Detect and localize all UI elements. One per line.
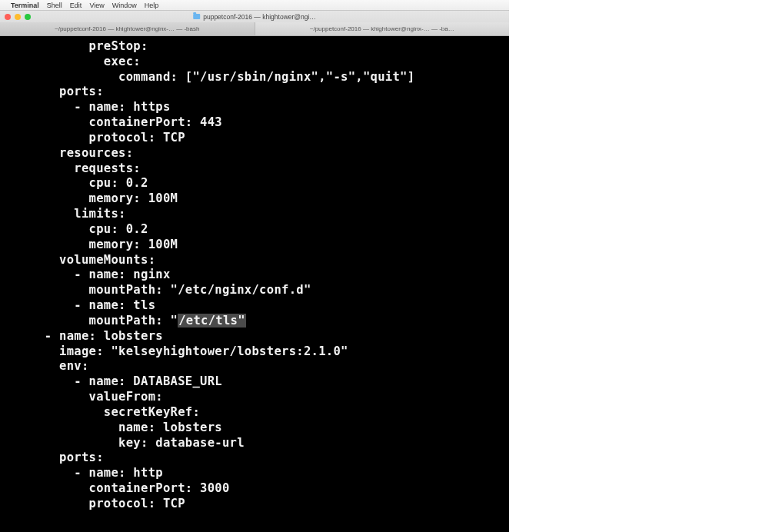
code-line: image: "kelseyhightower/lobsters:2.1.0" [0,344,509,360]
code-line: - name: http [0,466,509,481]
code-line: limits: [0,207,509,222]
code-line: command: ["/usr/sbin/nginx","-s","quit"] [0,70,509,85]
code-line: memory: 100M [0,238,509,253]
code-line: cpu: 0.2 [0,222,509,238]
code-line: protocol: TCP [0,131,509,146]
code-line: env: [0,359,509,374]
code-line: ports: [0,85,509,100]
close-button[interactable] [5,14,11,20]
code-line: requests: [0,161,509,177]
code-line: containerPort: 443 [0,115,509,131]
code-line: memory: 100M [0,191,509,207]
tab-1[interactable]: ~/puppetconf-2016 — khightower@nginx-… —… [0,22,255,35]
code-line: name: lobsters [0,421,509,436]
terminal-screen: Terminal Shell Edit View Window Help pup… [0,0,509,532]
tab-2-label: ~/puppetconf-2016 — khightower@nginx-… —… [310,25,454,32]
code-line: valueFrom: [0,390,509,405]
macos-menu-bar: Terminal Shell Edit View Window Help [0,0,509,11]
menu-shell[interactable]: Shell [47,2,62,9]
code-line: exec: [0,55,509,70]
code-line: - name: tls [0,298,509,314]
minimize-button[interactable] [15,14,21,20]
tab-1-label: ~/puppetconf-2016 — khightower@nginx-… —… [55,25,199,32]
window-title-text: puppetconf-2016 — khightower@ngi… [203,13,316,21]
window-title-bar: puppetconf-2016 — khightower@ngi… [0,11,509,22]
code-line: - name: DATABASE_URL [0,374,509,390]
terminal-output: preStop: exec: command: ["/usr/sbin/ngin… [0,36,509,512]
menu-view[interactable]: View [89,2,104,9]
menu-window[interactable]: Window [112,2,137,9]
code-line: cpu: 0.2 [0,176,509,191]
highlighted-text: /etc/tls" [178,314,246,328]
code-line: - name: lobsters [0,329,509,344]
tab-bar: ~/puppetconf-2016 — khightower@nginx-… —… [0,22,509,35]
zoom-button[interactable] [25,14,31,20]
menu-app-name[interactable]: Terminal [11,2,39,9]
terminal-body[interactable]: preStop: exec: command: ["/usr/sbin/ngin… [0,36,509,532]
code-line: containerPort: 3000 [0,481,509,497]
code-line: volumeMounts: [0,253,509,268]
code-line: - name: https [0,100,509,115]
window-title: puppetconf-2016 — khightower@ngi… [193,13,316,21]
tab-2[interactable]: ~/puppetconf-2016 — khightower@nginx-… —… [255,22,510,35]
window-chrome: puppetconf-2016 — khightower@ngi… ~/pupp… [0,11,509,36]
code-line: key: database-url [0,436,509,451]
code-line: protocol: TCP [0,497,509,512]
code-line: mountPath: "/etc/tls" [0,314,509,329]
folder-icon [193,14,200,19]
traffic-lights [5,14,31,20]
code-line: mountPath: "/etc/nginx/conf.d" [0,283,509,298]
menu-edit[interactable]: Edit [70,2,82,9]
code-line: - name: nginx [0,268,509,283]
code-line: resources: [0,146,509,161]
code-line: preStop: [0,39,509,55]
code-line: secretKeyRef: [0,405,509,421]
menu-help[interactable]: Help [145,2,159,9]
code-line: ports: [0,451,509,466]
